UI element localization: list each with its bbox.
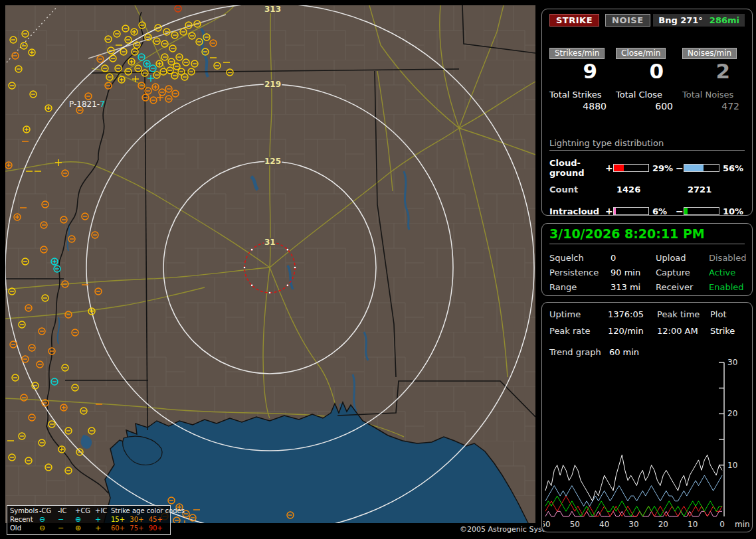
close-per-min-label: Close/min <box>616 48 666 59</box>
lightning-map[interactable]: 31321912531 P-1821-7 <box>5 5 535 523</box>
cg-negative-bar <box>684 164 719 172</box>
close-per-min-value: 0 <box>616 60 678 82</box>
bearing-readout: Bng 271°286mi <box>653 14 745 27</box>
strikes-per-min-column: Strikes/min 9 Total Strikes 4880 <box>549 46 612 112</box>
cloud-ground-label: Cloud-ground <box>549 158 605 178</box>
svg-text:min: min <box>735 520 750 529</box>
svg-text:313: 313 <box>264 5 281 14</box>
total-close-value: 600 <box>616 101 678 112</box>
svg-text:20: 20 <box>727 409 737 418</box>
svg-text:31: 31 <box>264 238 276 247</box>
intracloud-label: Intracloud <box>549 206 605 216</box>
legend-symbols-header: Symbols <box>10 506 39 515</box>
storm-cell-label: P-1821-7 <box>69 100 105 109</box>
cg-neg-recent-icon: ⊖ <box>39 515 58 524</box>
map-legend: Symbols -CG -IC +CG +IC Strike age color… <box>7 505 171 535</box>
cg-positive-count: 1426 <box>605 185 676 194</box>
total-noises-label: Total Noises <box>682 90 745 100</box>
ic-pos-old-icon: + <box>95 524 111 532</box>
ic-positive-pct: 6% <box>649 206 676 216</box>
svg-text:10: 10 <box>688 520 698 529</box>
uptime-value: 1376:05 <box>608 309 657 319</box>
cg-pos-old-icon: ⊕ <box>75 524 95 532</box>
noises-per-min-label: Noises/min <box>682 48 737 59</box>
svg-text:219: 219 <box>264 80 281 89</box>
cloud-ground-row: Cloud-ground + 29% − 56% <box>549 158 745 178</box>
strike-mode-button[interactable]: STRIKE <box>549 14 599 27</box>
close-per-min-column: Close/min 0 Total Close 600 <box>616 46 678 112</box>
strike-stats-panel: STRIKE NOISE Bng 271°286mi Strikes/min 9… <box>541 9 753 216</box>
noises-per-min-value: 2 <box>682 60 745 82</box>
strikes-per-min-label: Strikes/min <box>549 48 605 59</box>
range-value: 313 mi <box>611 282 656 292</box>
distance-value: 286mi <box>709 15 739 25</box>
bearing-value: Bng 271° <box>658 15 703 25</box>
ic-pos-recent-icon: + <box>95 515 111 524</box>
svg-text:20: 20 <box>658 520 668 529</box>
svg-text:125: 125 <box>264 157 281 166</box>
ic-negative-bar <box>684 207 719 215</box>
plot-mode-value: Strike <box>710 326 745 336</box>
svg-text:30: 30 <box>628 520 638 529</box>
peak-rate-value: 120/min <box>608 326 657 336</box>
rate-counters: Strikes/min 9 Total Strikes 4880 Close/m… <box>549 46 745 112</box>
cg-pos-recent-icon: ⊕ <box>75 515 95 524</box>
strikes-per-min-value: 9 <box>549 60 612 82</box>
cloud-ground-count-row: Count 1426 2721 <box>549 185 745 194</box>
legend-age-header: Strike age color codes <box>111 506 167 515</box>
upload-status: Disabled <box>709 253 746 263</box>
cg-positive-pct: 29% <box>649 163 676 173</box>
cg-neg-old-icon: ⊖ <box>39 524 58 532</box>
legend-row-recent: Recent ⊖− ⊕+ 15+30+45+ <box>10 515 167 524</box>
capture-status: Active <box>709 268 746 277</box>
datetime-display: 3/10/2026 8:20:11 PM <box>549 225 745 244</box>
ic-neg-recent-icon: − <box>58 515 75 524</box>
svg-text:50: 50 <box>570 520 580 529</box>
total-close-label: Total Close <box>616 90 678 100</box>
ic-positive-bar <box>613 207 649 215</box>
receiver-status: Enabled <box>709 282 746 292</box>
legend-row-old: Old ⊖− ⊕+ 60+75+90+ <box>10 524 167 532</box>
svg-text:30: 30 <box>727 358 737 367</box>
trend-graph: 1020306050403020100min <box>543 354 751 532</box>
intracloud-row: Intracloud + 6% − 10% <box>549 206 745 216</box>
map-canvas: 31321912531 P-1821-7 <box>5 5 535 523</box>
status-panel: 3/10/2026 8:20:11 PM Squelch 0 Upload Di… <box>541 223 753 296</box>
total-noises-value: 472 <box>682 101 745 112</box>
total-strikes-value: 4880 <box>549 101 612 112</box>
svg-text:10: 10 <box>727 461 737 470</box>
total-strikes-label: Total Strikes <box>549 90 612 100</box>
cg-negative-count: 2721 <box>676 185 745 194</box>
svg-text:40: 40 <box>599 520 609 529</box>
ic-neg-old-icon: − <box>58 524 75 532</box>
distribution-title: Lightning type distribution <box>549 138 745 151</box>
trend-panel: Uptime 1376:05 Peak time Plot Peak rate … <box>541 302 753 532</box>
svg-text:60: 60 <box>543 520 551 529</box>
ic-negative-pct: 10% <box>719 206 746 216</box>
cg-negative-pct: 56% <box>719 163 746 173</box>
cg-positive-bar <box>613 164 649 172</box>
noises-per-min-column: Noises/min 2 Total Noises 472 <box>682 46 745 112</box>
peak-time-value: 12:00 AM <box>657 326 710 336</box>
svg-text:0: 0 <box>719 520 725 529</box>
squelch-value: 0 <box>611 253 656 263</box>
persistence-value: 90 min <box>611 268 656 277</box>
noise-mode-button[interactable]: NOISE <box>605 14 650 27</box>
